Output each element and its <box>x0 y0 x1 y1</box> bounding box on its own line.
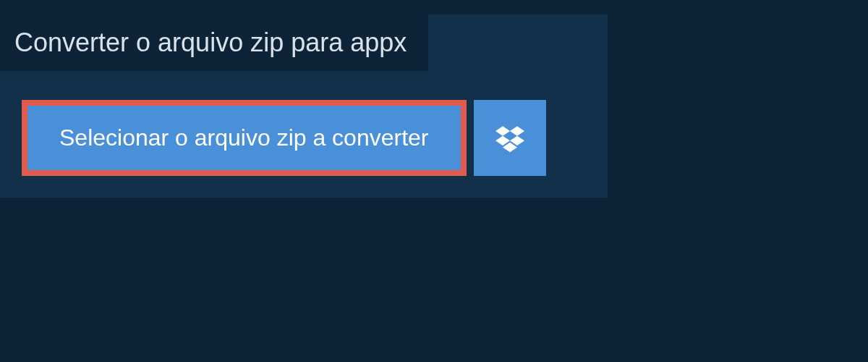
button-row: Selecionar o arquivo zip a converter <box>0 71 608 176</box>
title-bar: Converter o arquivo zip para appx <box>0 14 428 71</box>
converter-panel: Converter o arquivo zip para appx Seleci… <box>0 14 608 198</box>
dropbox-button[interactable] <box>474 100 546 176</box>
page-title: Converter o arquivo zip para appx <box>14 28 407 58</box>
dropbox-icon <box>495 124 524 153</box>
select-button-highlight: Selecionar o arquivo zip a converter <box>22 100 467 176</box>
select-file-button[interactable]: Selecionar o arquivo zip a converter <box>27 106 461 170</box>
